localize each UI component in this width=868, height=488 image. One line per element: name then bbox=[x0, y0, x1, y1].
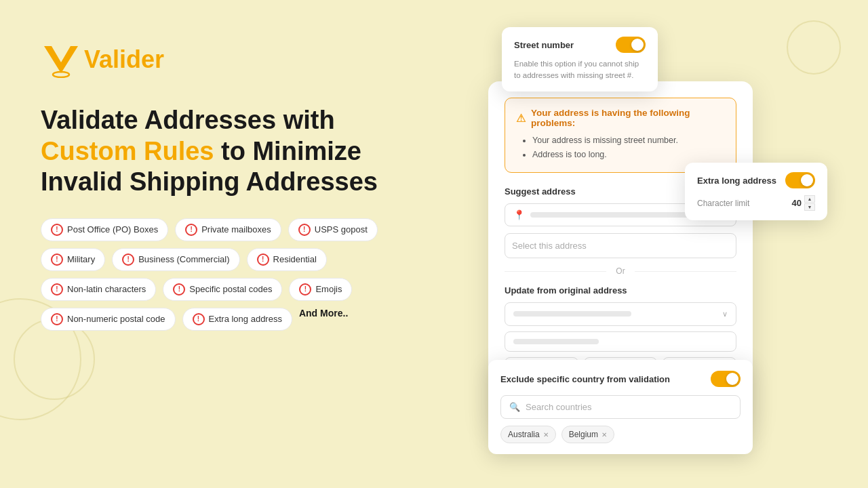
country-tag-australia[interactable]: Australia ✕ bbox=[500, 426, 556, 443]
warning-icon: ! bbox=[193, 313, 205, 325]
remove-australia-button[interactable]: ✕ bbox=[543, 431, 549, 439]
country-search-box[interactable]: 🔍 Search countries bbox=[500, 395, 741, 419]
exclude-title: Exclude specific country from validation bbox=[500, 374, 670, 384]
headline: Validate Addresses with Custom Rules to … bbox=[41, 105, 420, 198]
tooltip-description: Enable this option if you cannot ship to… bbox=[514, 58, 646, 82]
pin-icon: 📍 bbox=[513, 209, 525, 220]
address-field-1[interactable]: ∨ bbox=[505, 302, 736, 326]
stepper-up[interactable]: ▲ bbox=[804, 195, 815, 203]
select-address-button[interactable]: Select this address bbox=[505, 233, 736, 258]
warning-icon: ! bbox=[298, 224, 311, 236]
street-number-toggle[interactable] bbox=[616, 37, 646, 53]
tag-extra-long: ! Extra long address bbox=[182, 308, 292, 331]
alert-triangle-icon: ⚠ bbox=[516, 112, 526, 125]
extra-long-toggle[interactable] bbox=[785, 172, 815, 188]
address-field-2[interactable] bbox=[505, 331, 736, 352]
search-placeholder-text: Search countries bbox=[526, 402, 592, 412]
char-limit-label: Character limit bbox=[697, 199, 749, 208]
country-tag-belgium[interactable]: Belgium ✕ bbox=[561, 426, 614, 443]
exclude-header: Exclude specific country from validation bbox=[500, 371, 741, 387]
right-panel: Street number Enable this option if you … bbox=[488, 27, 827, 461]
warning-icon: ! bbox=[257, 253, 269, 266]
tag-private-mailboxes: ! Private mailboxes bbox=[175, 218, 281, 241]
left-panel: Valider Validate Addresses with Custom R… bbox=[41, 41, 420, 331]
extra-long-address-card: Extra long address Character limit 40 ▲ … bbox=[685, 163, 827, 220]
remove-belgium-button[interactable]: ✕ bbox=[601, 431, 607, 439]
tags-grid: ! Post Office (PO) Boxes ! Private mailb… bbox=[41, 218, 420, 331]
update-section-label: Update from original address bbox=[505, 285, 736, 296]
tag-non-latin: ! Non-latin characters bbox=[41, 278, 156, 301]
tag-postal-codes: ! Specific postal codes bbox=[163, 278, 282, 301]
logo: Valider bbox=[41, 41, 420, 78]
alert-list: Your address is missing street number. A… bbox=[516, 134, 725, 163]
field-1-placeholder bbox=[513, 311, 631, 317]
svg-point-1 bbox=[53, 72, 69, 77]
stepper-down[interactable]: ▼ bbox=[804, 203, 815, 211]
char-limit-value: 40 ▲ ▼ bbox=[792, 195, 815, 211]
headline-line1: Validate Addresses with bbox=[41, 106, 335, 134]
logo-icon bbox=[41, 41, 81, 78]
char-limit-stepper[interactable]: ▲ ▼ bbox=[804, 195, 815, 211]
warning-icon: ! bbox=[51, 313, 63, 325]
svg-marker-0 bbox=[44, 46, 78, 73]
tooltip-header: Street number bbox=[514, 37, 646, 53]
tag-business: ! Business (Commercial) bbox=[112, 248, 239, 271]
exclude-country-card: Exclude specific country from validation… bbox=[488, 360, 753, 454]
tag-post-office: ! Post Office (PO) Boxes bbox=[41, 218, 168, 241]
extra-card-title: Extra long address bbox=[697, 176, 776, 186]
or-divider: Or bbox=[505, 266, 736, 276]
field-2-placeholder bbox=[513, 339, 599, 344]
tag-non-numeric: ! Non-numeric postal code bbox=[41, 308, 176, 331]
warning-icon: ! bbox=[173, 283, 185, 296]
tooltip-title: Street number bbox=[514, 40, 574, 50]
headline-line4: Invalid Shipping Addresses bbox=[41, 167, 378, 196]
tag-usps: ! USPS gopost bbox=[288, 218, 378, 241]
warning-icon: ! bbox=[122, 253, 134, 266]
alert-item-2: Address is too long. bbox=[532, 148, 725, 162]
search-icon: 🔍 bbox=[509, 402, 520, 412]
warning-icon: ! bbox=[51, 283, 63, 296]
alert-item-1: Your address is missing street number. bbox=[532, 134, 725, 148]
tag-military: ! Military bbox=[41, 248, 105, 271]
headline-line3: to Minimize bbox=[214, 137, 361, 165]
country-tags-list: Australia ✕ Belgium ✕ bbox=[500, 426, 741, 443]
dropdown-chevron: ∨ bbox=[722, 310, 728, 319]
street-number-tooltip: Street number Enable this option if you … bbox=[502, 27, 658, 92]
alert-title: ⚠ Your address is having the following p… bbox=[516, 108, 725, 128]
char-limit-row: Character limit 40 ▲ ▼ bbox=[697, 195, 815, 211]
alert-box: ⚠ Your address is having the following p… bbox=[505, 98, 736, 173]
logo-v: V bbox=[84, 45, 99, 73]
logo-text: Valider bbox=[84, 45, 164, 74]
warning-icon: ! bbox=[185, 224, 197, 236]
extra-card-header: Extra long address bbox=[697, 172, 815, 188]
and-more-text: And More.. bbox=[299, 308, 348, 331]
warning-icon: ! bbox=[299, 283, 311, 296]
tag-residential: ! Residential bbox=[247, 248, 327, 271]
tag-emojis: ! Emojis bbox=[289, 278, 352, 301]
headline-highlight: Custom Rules bbox=[41, 137, 214, 165]
warning-icon: ! bbox=[51, 253, 63, 266]
warning-icon: ! bbox=[51, 224, 63, 236]
exclude-country-toggle[interactable] bbox=[711, 371, 741, 387]
